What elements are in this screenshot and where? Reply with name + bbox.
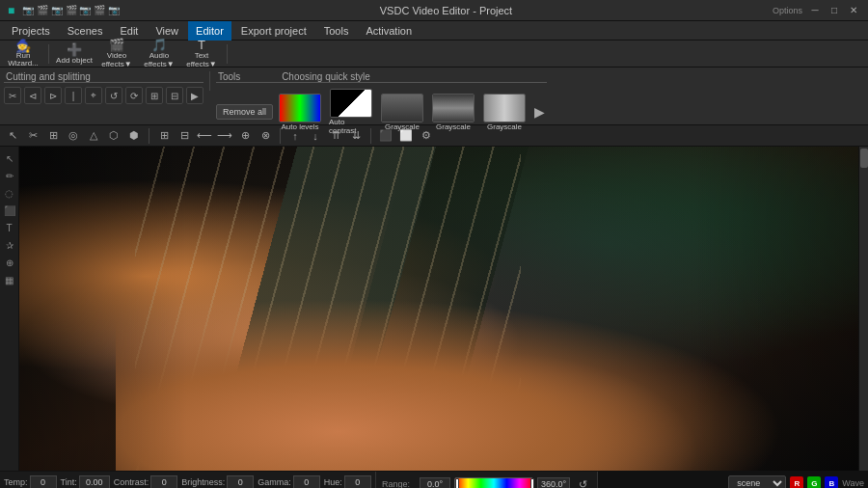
auto-levels-thumb bbox=[279, 94, 321, 122]
auto-levels-preview bbox=[280, 95, 320, 122]
cut-tool-10[interactable]: ▶ bbox=[186, 87, 203, 104]
wizard-label2: Wizard... bbox=[8, 60, 39, 68]
cut-tool-3[interactable]: ⊳ bbox=[44, 87, 62, 104]
options-label[interactable]: Options bbox=[773, 6, 802, 15]
audio-effects-button[interactable]: 🎵 Audio effects▼ bbox=[140, 42, 178, 66]
sec-tool-18[interactable]: ⬛ bbox=[377, 127, 394, 145]
menu-scenes[interactable]: Scenes bbox=[60, 21, 111, 41]
hue-input[interactable] bbox=[344, 475, 371, 488]
menu-export[interactable]: Export project bbox=[233, 21, 314, 41]
auto-contrast-preview bbox=[331, 90, 371, 117]
minimize-button[interactable]: ─ bbox=[808, 4, 822, 17]
add-object-button[interactable]: ➕ Add object bbox=[55, 42, 94, 66]
hue-sat-panel: Range: ↺ Fade: Range: bbox=[376, 472, 598, 488]
sec-tool-2[interactable]: ✂ bbox=[24, 127, 41, 145]
gamma-input[interactable] bbox=[293, 475, 320, 488]
main-area: ↖ ✏ ◌ ⬛ T ✰ ⊕ ▦ bbox=[0, 147, 868, 471]
scrollbar-thumb[interactable] bbox=[860, 149, 868, 168]
remove-all-button[interactable]: Remove all bbox=[216, 104, 273, 120]
grayscale1-preview bbox=[382, 95, 422, 122]
menu-editor[interactable]: Editor bbox=[188, 21, 231, 41]
menu-activation[interactable]: Activation bbox=[358, 21, 420, 41]
sidebar-icon-8[interactable]: ▦ bbox=[2, 272, 17, 287]
channel-r-button[interactable]: R bbox=[790, 476, 803, 488]
hue-thumb-right[interactable] bbox=[530, 478, 534, 488]
menu-tools[interactable]: Tools bbox=[316, 21, 357, 41]
text-effects-label: Text bbox=[195, 51, 209, 60]
sec-tool-6[interactable]: ⬡ bbox=[105, 127, 122, 145]
cut-tool-5[interactable]: ⌖ bbox=[85, 87, 102, 104]
sec-tool-13[interactable]: ⊗ bbox=[257, 127, 274, 145]
main-toolbar: 🧙 Run Wizard... ➕ Add object 🎬 Video eff… bbox=[0, 41, 868, 68]
grayscale3-thumb bbox=[483, 94, 526, 122]
sec-tool-10[interactable]: ⟵ bbox=[196, 127, 213, 145]
sec-tool-17[interactable]: ⇊ bbox=[347, 127, 365, 145]
run-wizard-button[interactable]: 🧙 Run Wizard... bbox=[4, 42, 42, 66]
sec-tool-7[interactable]: ⬢ bbox=[125, 127, 143, 145]
cut-tool-7[interactable]: ⟳ bbox=[125, 87, 143, 104]
video-effects-button[interactable]: 🎬 Video effects▼ bbox=[97, 42, 136, 66]
sidebar-icon-5[interactable]: T bbox=[2, 220, 17, 235]
tools-left-label: Tools bbox=[218, 71, 240, 82]
sidebar-icon-6[interactable]: ✰ bbox=[2, 237, 17, 253]
sec-tool-15[interactable]: ↓ bbox=[307, 127, 324, 145]
add-object-icon: ➕ bbox=[67, 43, 82, 56]
sec-tool-14[interactable]: ↑ bbox=[286, 127, 304, 145]
preview-scrollbar[interactable] bbox=[858, 147, 868, 471]
color-params-row: Temp: Tint: Contrast: Brightness: Gamma:… bbox=[4, 475, 371, 488]
close-button[interactable]: ✕ bbox=[847, 4, 860, 17]
tint-input[interactable] bbox=[79, 475, 110, 488]
window-controls: Options ─ □ ✕ bbox=[773, 4, 860, 17]
color-controls: Temp: Tint: Contrast: Brightness: Gamma:… bbox=[0, 472, 376, 488]
contrast-input[interactable] bbox=[150, 475, 177, 488]
maximize-button[interactable]: □ bbox=[827, 4, 841, 17]
brightness-input[interactable] bbox=[227, 475, 254, 488]
cut-tool-4[interactable]: | bbox=[65, 87, 82, 104]
cut-tool-8[interactable]: ⊞ bbox=[146, 87, 163, 104]
sec-tool-8[interactable]: ⊞ bbox=[155, 127, 173, 145]
cut-tool-6[interactable]: ↺ bbox=[105, 87, 122, 104]
cut-tool-2[interactable]: ⊲ bbox=[24, 87, 41, 104]
sec-tool-20[interactable]: ⚙ bbox=[418, 127, 435, 145]
sec-tool-3[interactable]: ⊞ bbox=[44, 127, 62, 145]
scene-selector[interactable]: scene bbox=[728, 475, 786, 488]
grayscale3-button[interactable]: Grayscale bbox=[480, 92, 529, 133]
channel-g-button[interactable]: G bbox=[807, 476, 821, 488]
auto-contrast-thumb bbox=[330, 89, 372, 118]
sec-tool-11[interactable]: ⟶ bbox=[216, 127, 233, 145]
hue-reset-btn[interactable]: ↺ bbox=[574, 475, 591, 488]
sec-tool-5[interactable]: △ bbox=[85, 127, 102, 145]
hue-group: Hue: bbox=[324, 475, 371, 488]
sidebar-icon-7[interactable]: ⊕ bbox=[2, 255, 17, 270]
tint-group: Tint: bbox=[61, 475, 110, 488]
video-effects-label2: effects▼ bbox=[101, 60, 131, 68]
menu-projects[interactable]: Projects bbox=[4, 21, 58, 41]
temp-group: Temp: bbox=[4, 475, 57, 488]
cut-tool-9[interactable]: ⊟ bbox=[166, 87, 183, 104]
sec-tool-4[interactable]: ◎ bbox=[65, 127, 82, 145]
cut-tool-1[interactable]: ✂ bbox=[4, 87, 21, 104]
hue-track[interactable] bbox=[454, 477, 533, 488]
sec-tool-1[interactable]: ↖ bbox=[4, 127, 21, 145]
temp-input[interactable] bbox=[30, 475, 57, 488]
menu-bar: Projects Scenes Edit View Editor Export … bbox=[0, 21, 868, 41]
brightness-group: Brightness: bbox=[181, 475, 254, 488]
sidebar-icon-3[interactable]: ◌ bbox=[2, 185, 17, 201]
cutting-section: Cutting and splitting ✂ ⊲ ⊳ | ⌖ ↺ ⟳ ⊞ ⊟ … bbox=[4, 71, 203, 104]
channel-b-button[interactable]: B bbox=[825, 476, 838, 488]
grayscale2-button[interactable]: Grayscale bbox=[429, 92, 477, 133]
text-effects-button[interactable]: T Text effects▼ bbox=[182, 42, 221, 66]
hue-range-start-input[interactable] bbox=[420, 477, 450, 488]
hue-range-end-input[interactable] bbox=[537, 477, 570, 488]
hue-thumb-left[interactable] bbox=[455, 478, 459, 488]
sec-tool-19[interactable]: ⬜ bbox=[397, 127, 415, 145]
sidebar-icon-2[interactable]: ✏ bbox=[2, 168, 17, 183]
wave-label: Wave bbox=[842, 478, 864, 488]
more-effects-button[interactable]: ▶ bbox=[531, 102, 547, 122]
sidebar-icon-4[interactable]: ⬛ bbox=[2, 203, 17, 218]
sec-tool-12[interactable]: ⊕ bbox=[236, 127, 254, 145]
sec-tool-9[interactable]: ⊟ bbox=[176, 127, 193, 145]
sec-tool-16[interactable]: ⇈ bbox=[327, 127, 344, 145]
sidebar-icon-1[interactable]: ↖ bbox=[2, 150, 17, 166]
tint-label: Tint: bbox=[61, 477, 77, 487]
